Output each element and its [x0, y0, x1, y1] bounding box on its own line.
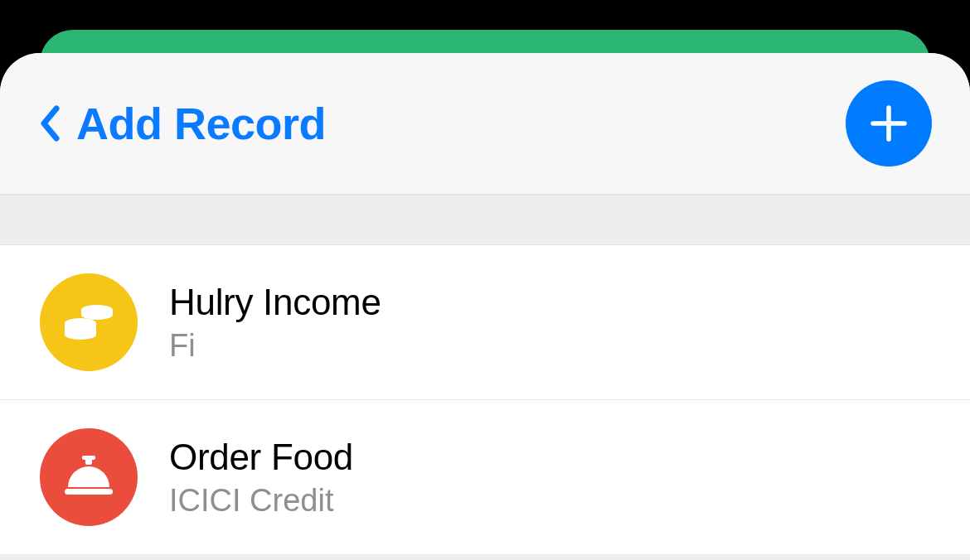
service-bell-icon	[40, 428, 138, 526]
list-item-title: Order Food	[169, 437, 353, 478]
chevron-left-icon	[38, 104, 61, 142]
add-button[interactable]	[846, 80, 932, 167]
section-spacer	[0, 196, 970, 245]
plus-icon	[868, 103, 909, 144]
list-item-subtitle: ICICI Credit	[169, 483, 353, 519]
list-item-subtitle: Fi	[169, 328, 381, 364]
record-list: Hulry Income Fi Order Food ICICI Credit	[0, 245, 970, 554]
sheet: Add Record	[0, 53, 970, 560]
list-item[interactable]: Order Food ICICI Credit	[0, 400, 970, 554]
svg-rect-11	[82, 456, 95, 460]
nav-title: Add Record	[76, 98, 326, 149]
svg-point-9	[65, 330, 96, 340]
svg-point-4	[81, 310, 113, 320]
list-item-text: Order Food ICICI Credit	[169, 437, 353, 519]
svg-rect-12	[65, 489, 113, 495]
nav-header: Add Record	[0, 53, 970, 196]
list-item-text: Hulry Income Fi	[169, 282, 381, 364]
list-item-title: Hulry Income	[169, 282, 381, 323]
coins-icon	[40, 273, 138, 371]
back-button[interactable]: Add Record	[38, 98, 326, 149]
list-item[interactable]: Hulry Income Fi	[0, 245, 970, 400]
